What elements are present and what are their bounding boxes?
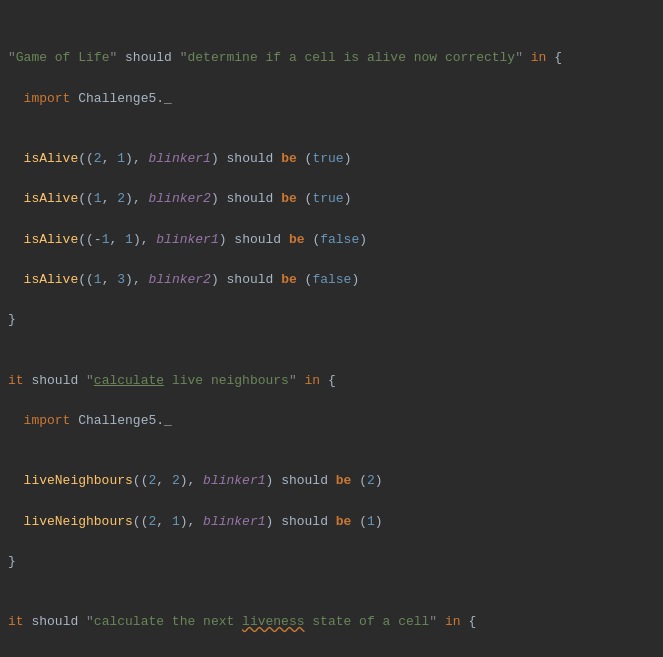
line-14: liveNeighbours((2, 1), blinker1) should … [0,512,663,532]
line-11: import Challenge5._ [0,411,663,431]
line-10: it should "calculate live neighbours" in… [0,371,663,391]
line-2: import Challenge5._ [0,89,663,109]
line-13: liveNeighbours((2, 2), blinker1) should … [0,471,663,491]
line-15: } [0,552,663,572]
line-18: import Challenge5._ [0,653,663,658]
line-4: isAlive((2, 1), blinker1) should be (tru… [0,149,663,169]
line-5: isAlive((1, 2), blinker2) should be (tru… [0,189,663,209]
line-6: isAlive((-1, 1), blinker1) should be (fa… [0,230,663,250]
line-7: isAlive((1, 3), blinker2) should be (fal… [0,270,663,290]
line-17: it should "calculate the next liveness s… [0,612,663,632]
line-1: "Game of Life" should "determine if a ce… [0,48,663,68]
code-editor: "Game of Life" should "determine if a ce… [0,0,663,657]
line-8: } [0,310,663,330]
